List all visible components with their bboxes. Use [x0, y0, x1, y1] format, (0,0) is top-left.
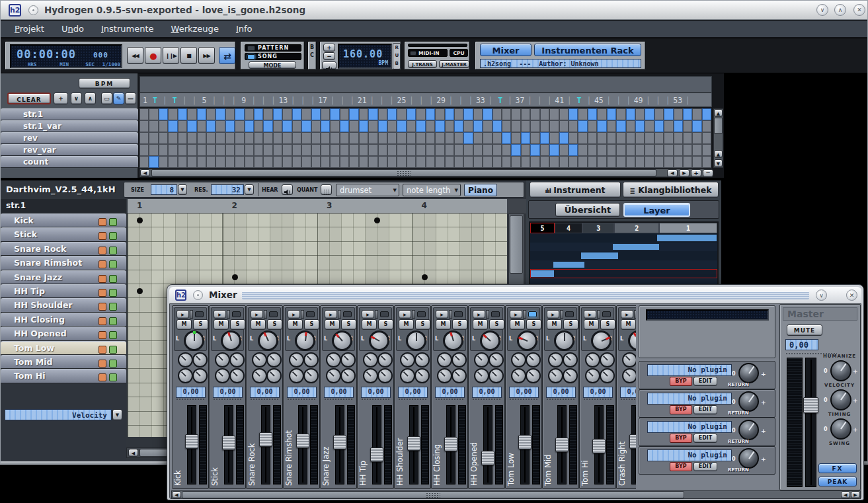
song-grid-cell[interactable] — [282, 120, 292, 132]
strip-play-button[interactable]: ▶ — [362, 310, 374, 319]
strip-solo-button[interactable]: S — [378, 319, 393, 330]
instrument-solo-led[interactable] — [109, 218, 117, 226]
song-grid-cell[interactable] — [397, 156, 406, 168]
song-hscroll-left[interactable]: ◀ — [140, 169, 150, 176]
strip-fader-handle[interactable] — [370, 447, 383, 462]
layer-header-cell[interactable]: 1 — [659, 223, 717, 233]
song-grid-cell[interactable] — [216, 132, 225, 144]
main-titlebar[interactable]: h2 Hydrogen 0.9.5-svn-exported - love_is… — [1, 1, 867, 20]
tab-instrument[interactable]: ılıl Instrument — [530, 182, 621, 198]
fx-send-knob[interactable] — [437, 352, 452, 368]
song-grid-cell[interactable] — [301, 120, 311, 132]
song-grid-cell[interactable] — [578, 120, 587, 132]
song-grid-cell[interactable] — [206, 132, 216, 144]
strip-play-button[interactable]: ▶ — [621, 310, 633, 319]
song-grid-cell[interactable] — [311, 132, 321, 144]
song-grid-cell[interactable] — [683, 156, 692, 168]
song-grid-cell[interactable] — [435, 108, 444, 120]
song-grid-cell[interactable] — [607, 108, 616, 120]
song-grid-cell[interactable] — [683, 120, 692, 132]
strip-fader-track[interactable] — [372, 405, 381, 484]
window-maximize-button[interactable]: ∧ — [834, 4, 846, 16]
song-grid-cell[interactable] — [178, 144, 187, 156]
note-dot[interactable] — [374, 217, 380, 223]
pattern-list-item[interactable]: str.1_var — [1, 120, 138, 132]
song-grid-cell[interactable] — [645, 144, 654, 156]
song-grid-cell[interactable] — [235, 144, 244, 156]
song-grid-cell[interactable] — [664, 132, 673, 144]
song-grid-cell[interactable] — [245, 156, 254, 168]
tab-layer[interactable]: Layer — [623, 203, 690, 217]
song-grid-cell[interactable] — [263, 120, 272, 132]
strip-fader-handle[interactable] — [407, 436, 420, 451]
song-vscroll-up[interactable]: ▲ — [714, 109, 723, 117]
song-grid-cell[interactable] — [311, 108, 321, 120]
song-hscroll-thumb[interactable] — [151, 169, 656, 176]
song-grid-cell[interactable] — [435, 120, 444, 132]
song-grid-cell[interactable] — [530, 156, 539, 168]
song-grid-cell[interactable] — [511, 156, 520, 168]
instrument-row[interactable]: Snare Rimshot — [1, 256, 126, 270]
layer-bar[interactable] — [613, 244, 659, 251]
fx-return-knob[interactable] — [738, 363, 759, 383]
song-grid-cell[interactable] — [616, 132, 625, 144]
song-grid-cell[interactable] — [139, 132, 149, 144]
song-grid-cell[interactable] — [549, 156, 559, 168]
strip-play-button[interactable]: ▶ — [473, 310, 485, 319]
song-grid-cell[interactable] — [435, 156, 444, 168]
pattern-hscroll-left[interactable]: ◀ — [128, 449, 138, 457]
song-grid-cell[interactable] — [616, 108, 625, 120]
strip-play-button[interactable]: ▶ — [177, 310, 189, 319]
instrument-solo-led[interactable] — [109, 247, 117, 254]
song-grid-cell[interactable] — [454, 132, 463, 144]
layer-row[interactable] — [530, 251, 717, 260]
show-mixer-button[interactable]: Mixer — [480, 44, 532, 56]
fx-send-knob[interactable] — [489, 352, 504, 368]
strip-solo-button[interactable]: S — [563, 319, 578, 330]
song-grid-row[interactable] — [139, 120, 712, 132]
transport-loop-button[interactable]: ⇄ — [219, 47, 235, 64]
strip-play-button[interactable]: ▶ — [251, 310, 263, 319]
song-grid-cell[interactable] — [187, 156, 196, 168]
transport-stop-button[interactable]: ■ — [180, 47, 197, 64]
strip-fader-handle[interactable] — [222, 436, 235, 450]
song-grid-cell[interactable] — [463, 156, 473, 168]
song-grid-cell[interactable] — [321, 156, 330, 168]
instrument-solo-led[interactable] — [109, 275, 117, 283]
song-grid-cell[interactable] — [463, 144, 473, 156]
song-grid-cell[interactable] — [178, 108, 187, 120]
fx-send-knob[interactable] — [215, 352, 230, 368]
song-grid-cell[interactable] — [368, 156, 377, 168]
master-swing-knob[interactable] — [830, 418, 851, 440]
song-grid-cell[interactable] — [378, 156, 387, 168]
master-humanize-timing-knob[interactable] — [830, 389, 851, 410]
song-grid-cell[interactable] — [530, 132, 539, 144]
song-grid-cell[interactable] — [359, 120, 368, 132]
strip-pan-knob[interactable] — [480, 330, 500, 351]
res-dropdown[interactable]: ▼ — [245, 184, 254, 195]
fx-send-knob[interactable] — [377, 368, 393, 383]
song-grid-cell[interactable] — [654, 132, 664, 144]
song-grid-cell[interactable] — [187, 144, 196, 156]
song-grid-cell[interactable] — [273, 144, 282, 156]
song-grid-cell[interactable] — [540, 156, 549, 168]
instrument-mute-led[interactable] — [99, 360, 106, 368]
song-grid-cell[interactable] — [559, 108, 569, 120]
clear-pattern-sequence-button[interactable]: CLEAR — [7, 93, 51, 104]
fx-send-knob[interactable] — [585, 368, 600, 383]
strip-fader-handle[interactable] — [296, 434, 309, 448]
song-grid-cell[interactable] — [359, 156, 368, 168]
song-grid-cell[interactable] — [245, 132, 254, 144]
song-grid-cell[interactable] — [159, 132, 168, 144]
song-grid-cell[interactable] — [473, 144, 483, 156]
note-length-select[interactable]: note length ▼ — [403, 184, 461, 196]
song-grid-cell[interactable] — [206, 120, 216, 132]
transport-record-button[interactable]: ● — [145, 47, 161, 64]
res-value[interactable]: 32 — [211, 184, 244, 195]
song-grid-cell[interactable] — [493, 108, 502, 120]
mixer-hscroll-left[interactable]: ◀ — [172, 491, 181, 498]
song-grid-cell[interactable] — [597, 120, 606, 132]
song-grid-cell[interactable] — [263, 108, 272, 120]
note-property-dropdown[interactable]: ▼ — [112, 409, 122, 420]
layer-row[interactable] — [530, 243, 717, 252]
